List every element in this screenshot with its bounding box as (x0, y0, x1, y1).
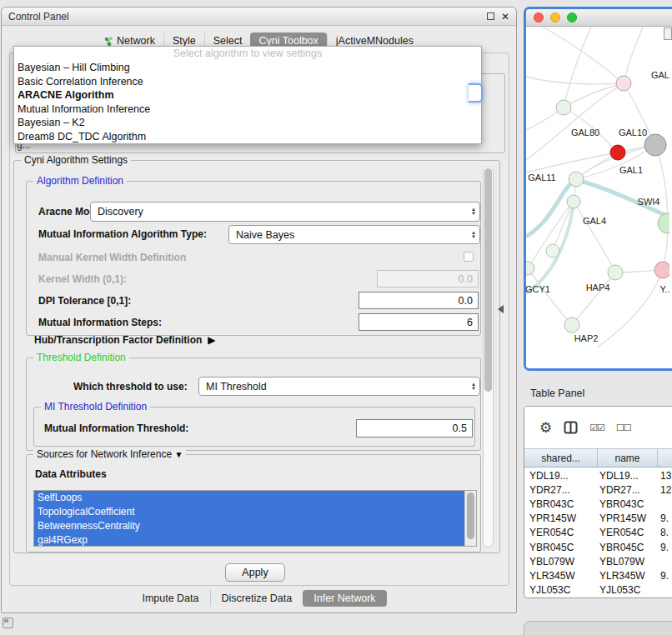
dropdown-item[interactable]: Basic Correlation Inference (14, 75, 481, 89)
kernel-width-label: Kernel Width (0,1): (38, 273, 127, 285)
mi-steps-field[interactable]: 6 (359, 313, 479, 331)
window-minimize-button[interactable] (550, 12, 560, 22)
list-scrollbar[interactable] (464, 491, 476, 546)
network-node[interactable] (658, 213, 669, 233)
table-row[interactable]: YLR345WYLR345W9. (524, 568, 672, 582)
network-edge[interactable] (526, 180, 669, 237)
network-view-window: GAL80 GAL10 GAL11 GAL1 SWI4 GAL4 GCY1 HA… (524, 7, 672, 371)
sources-expander[interactable]: Sources for Network Inference ▼ (33, 448, 186, 460)
network-edge[interactable] (624, 27, 643, 83)
manual-kernel-checkbox[interactable] (464, 252, 474, 262)
node-label: Y... (659, 284, 669, 294)
table-row[interactable]: YBL079WYBL079W (524, 554, 672, 568)
table-row[interactable]: YER054CYER054C8. (524, 526, 672, 540)
dpi-tolerance-field[interactable]: 0.0 (359, 292, 479, 309)
mi-threshold-group: MI Threshold Definition Mutual Informati… (33, 407, 475, 447)
network-edge[interactable] (543, 27, 624, 83)
mi-type-value: Naive Bayes (236, 229, 294, 241)
network-scrollbar-stub[interactable] (664, 28, 672, 40)
table-row[interactable]: YBR045CYBR045C9. (524, 540, 672, 554)
sources-title: Sources for Network Inference (37, 448, 172, 460)
network-node[interactable] (654, 262, 669, 278)
network-edge[interactable] (574, 202, 615, 272)
algorithm-combobox-endcap[interactable] (469, 83, 483, 102)
dropdown-item[interactable]: Mutual Information Inference (14, 102, 481, 117)
which-threshold-label: Which threshold to use: (73, 381, 188, 392)
hub-definition-label: Hub/Transcription Factor Definition (34, 334, 202, 346)
node-label: GAL11 (528, 172, 555, 182)
threshold-definition-group: Threshold Definition Which threshold to … (26, 358, 481, 451)
list-item[interactable]: SelfLoops (34, 491, 464, 505)
data-attributes-label: Data Attributes (35, 468, 107, 480)
window-close-button[interactable] (534, 12, 544, 22)
list-scrollbar-thumb[interactable] (467, 492, 474, 539)
network-node[interactable] (569, 172, 584, 187)
table-row[interactable]: YJL053CYJL053C (524, 583, 672, 598)
algorithm-dropdown-popup: Select algorithm to view settings Bayesi… (13, 46, 482, 144)
dropdown-item-selected[interactable]: ARACNE Algorithm (14, 88, 481, 102)
hub-definition-expander[interactable]: Hub/Transcription Factor Definition ▶ (34, 334, 216, 346)
tab-impute-data[interactable]: Impute Data (131, 590, 209, 607)
dpi-tolerance-label: DPI Tolerance [0,1]: (38, 295, 131, 307)
network-node[interactable] (567, 195, 580, 208)
mi-type-select[interactable]: Naive Bayes ▲▼ (228, 225, 480, 244)
dropdown-item[interactable]: Bayesian – Hill Climbing (14, 61, 481, 75)
deselect-all-icon[interactable]: ☐☐ (616, 422, 631, 433)
table-row[interactable]: YDL19...YDL19...13 (524, 468, 672, 482)
mi-type-label: Mutual Information Algorithm Type: (38, 228, 207, 240)
table-row[interactable]: YDR27...YDR27...12 (524, 482, 672, 497)
tab-infer-network[interactable]: Infer Network (303, 590, 386, 607)
table-row[interactable]: YPR145WYPR145W9. (524, 512, 672, 526)
settings-group-title: Cyni Algorithm Settings (21, 154, 131, 166)
aracne-mode-select[interactable]: Discovery ▲▼ (90, 202, 480, 222)
algorithm-definition-group: Algorithm Definition Aracne Mode: Discov… (26, 181, 481, 336)
network-node[interactable] (644, 134, 666, 156)
kernel-width-field[interactable]: 0.0 (377, 270, 479, 288)
sources-group: Sources for Network Inference ▼ Data Att… (26, 454, 481, 552)
window-zoom-button[interactable] (567, 12, 577, 22)
restore-panel-icon[interactable] (3, 618, 13, 628)
list-item[interactable]: BetweennessCentrality (34, 519, 464, 533)
mi-threshold-field[interactable]: 0.5 (356, 419, 473, 438)
node-label: GAL10 (619, 128, 647, 138)
close-icon[interactable]: ✕ (501, 12, 509, 22)
network-canvas[interactable]: GAL80 GAL10 GAL11 GAL1 SWI4 GAL4 GCY1 HA… (526, 27, 672, 370)
control-panel-titlebar: Control Panel ✕ (2, 8, 516, 26)
aracne-mode-value: Discovery (98, 206, 143, 218)
list-item[interactable]: TopologicalCoefficient (34, 505, 464, 519)
table-header: shared... name (524, 448, 672, 468)
show-columns-icon[interactable] (564, 421, 578, 434)
network-graph: GAL80 GAL10 GAL11 GAL1 SWI4 GAL4 GCY1 HA… (526, 27, 669, 370)
dropdown-item[interactable]: Bayesian – K2 (14, 116, 481, 130)
network-edge[interactable] (526, 77, 624, 84)
list-item[interactable]: gal4RGexp (34, 533, 464, 547)
which-threshold-select[interactable]: MI Threshold ▲▼ (198, 377, 480, 396)
network-node[interactable] (526, 262, 534, 275)
manual-kernel-label: Manual Kernel Width Definition (38, 252, 186, 263)
select-all-icon[interactable]: ☑☑ (589, 422, 604, 433)
network-edge[interactable] (572, 272, 615, 325)
dropdown-item[interactable]: Dream8 DC_TDC Algorithm (14, 130, 481, 144)
float-window-icon[interactable] (487, 12, 494, 20)
panel-collapse-arrow-icon[interactable] (498, 305, 504, 313)
network-node[interactable] (546, 244, 559, 258)
column-header[interactable] (658, 449, 672, 467)
network-node[interactable] (556, 100, 571, 115)
mi-threshold-title: MI Threshold Definition (41, 401, 150, 412)
gear-icon[interactable]: ⚙ (539, 421, 552, 435)
tab-discretize-data[interactable]: Discretize Data (210, 590, 303, 607)
network-node[interactable] (616, 76, 631, 91)
settings-scrollbar[interactable] (483, 166, 494, 548)
network-node[interactable] (564, 318, 579, 332)
data-attributes-list[interactable]: SelfLoops TopologicalCoefficient Between… (33, 490, 477, 547)
network-node[interactable] (608, 265, 623, 280)
column-header[interactable]: shared... (524, 449, 598, 467)
settings-scrollbar-thumb[interactable] (484, 168, 492, 392)
table-row[interactable]: YBR043CYBR043C (524, 497, 672, 511)
network-node-selected[interactable] (610, 145, 625, 160)
column-header[interactable]: name (598, 449, 658, 467)
network-edge[interactable] (528, 268, 572, 325)
apply-button[interactable]: Apply (225, 563, 285, 582)
combo-arrows-icon: ▲▼ (471, 208, 479, 216)
network-edge[interactable] (597, 270, 663, 348)
